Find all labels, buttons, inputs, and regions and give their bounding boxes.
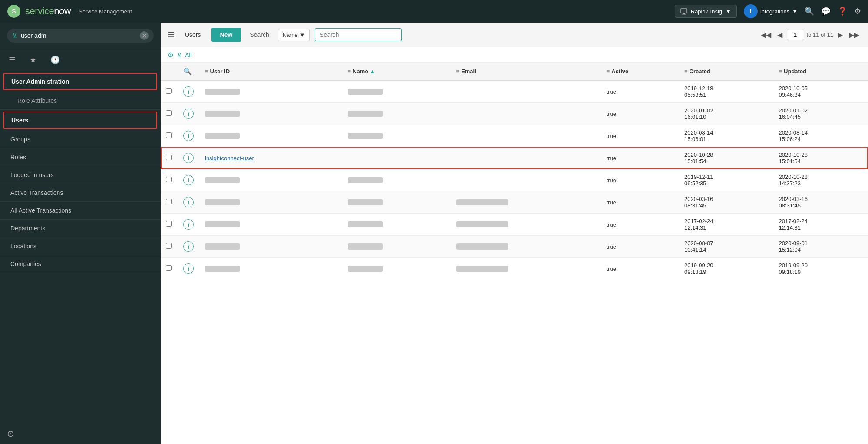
info-button[interactable]: i — [183, 86, 194, 97]
th-search: 🔍 — [178, 63, 200, 80]
sidebar-clock-icon[interactable]: 🕐 — [49, 53, 62, 66]
filter-funnel-icon[interactable]: ⊻ — [177, 52, 182, 59]
row-checkbox[interactable] — [166, 132, 172, 138]
user-id-link[interactable]: insightconnect-user — [205, 155, 254, 161]
prev-page-button[interactable]: ◀ — [776, 30, 784, 40]
row-email: ████████████ — [451, 214, 601, 236]
th-name[interactable]: ≡Name ▲ — [343, 63, 451, 80]
chat-icon[interactable]: 💬 — [821, 7, 831, 16]
info-button[interactable]: i — [183, 131, 194, 141]
th-user-id[interactable]: ≡User ID — [200, 63, 343, 80]
tab-users[interactable]: Users — [180, 29, 206, 41]
new-button[interactable]: New — [211, 28, 241, 42]
user-name: integrations — [760, 8, 789, 15]
next-page-button[interactable]: ▶ — [836, 30, 845, 40]
instance-dropdown-icon: ▼ — [726, 8, 731, 15]
row-checkbox[interactable] — [166, 243, 172, 249]
search-button[interactable]: Search — [246, 30, 272, 40]
row-active: true — [601, 147, 679, 169]
sidebar-collapse-icon[interactable]: ⊙ — [0, 423, 161, 444]
row-checkbox-cell — [161, 236, 178, 258]
filter-all-label: All — [185, 52, 192, 59]
table-row: i████████████████████████true2020-03-16 … — [161, 191, 868, 214]
last-page-button[interactable]: ▶▶ — [847, 30, 861, 40]
search-nav-icon[interactable]: 🔍 — [805, 7, 814, 16]
sidebar-item-role-attributes[interactable]: Role Attributes — [0, 92, 161, 110]
search-text-input[interactable] — [315, 28, 402, 41]
row-name: ██████ — [343, 80, 451, 103]
row-email — [451, 125, 601, 147]
app-name: Service Management — [79, 8, 132, 15]
page-number-input[interactable] — [787, 30, 804, 40]
sidebar-search-clear-button[interactable]: ✕ — [140, 31, 149, 40]
table-row: i████████████true2019-12-11 06:52:352020… — [161, 169, 868, 191]
search-field-dropdown[interactable]: Name ▼ — [278, 29, 310, 41]
row-checkbox-cell — [161, 258, 178, 280]
info-button[interactable]: i — [183, 175, 194, 185]
user-info[interactable]: I integrations ▼ — [744, 4, 798, 18]
sidebar-filter-icon: ⊻ — [12, 32, 17, 40]
settings-icon[interactable]: ⚙ — [854, 7, 861, 16]
row-checkbox[interactable] — [166, 221, 172, 227]
sidebar-search-wrap[interactable]: ⊻ ✕ — [7, 29, 154, 43]
sidebar-item-users[interactable]: Users — [3, 112, 157, 129]
row-checkbox[interactable] — [166, 155, 172, 160]
sidebar-item-companies[interactable]: Companies — [0, 255, 161, 273]
row-name: ██████ — [343, 214, 451, 236]
sidebar-item-user-administration[interactable]: User Administration — [3, 73, 157, 90]
row-info-cell: i — [178, 80, 200, 103]
table-gear-icon[interactable]: ⚙ — [168, 51, 174, 59]
row-updated: 2020-03-16 08:31:45 — [773, 191, 868, 214]
row-checkbox[interactable] — [166, 265, 172, 271]
row-updated: 2019-09-20 09:18:19 — [773, 258, 868, 280]
sort-arrow-name: ▲ — [370, 68, 375, 75]
sidebar-search-input[interactable] — [21, 32, 136, 39]
row-checkbox[interactable] — [166, 110, 172, 116]
row-info-cell: i — [178, 191, 200, 214]
row-user-id: ██████ — [200, 214, 343, 236]
sidebar-star-icon[interactable]: ★ — [28, 53, 38, 66]
sidebar-item-active-transactions[interactable]: Active Transactions — [0, 184, 161, 202]
sidebar-search-box: ⊻ ✕ — [0, 23, 161, 49]
sidebar-item-logged-in-users[interactable]: Logged in users — [0, 166, 161, 184]
row-name: ██████ — [343, 191, 451, 214]
sidebar-item-roles[interactable]: Roles — [0, 148, 161, 166]
info-button[interactable]: i — [183, 241, 194, 252]
info-button[interactable]: i — [183, 263, 194, 274]
th-active[interactable]: ≡Active — [601, 63, 679, 80]
row-info-cell: i — [178, 214, 200, 236]
first-page-button[interactable]: ◀◀ — [759, 30, 773, 40]
row-active: true — [601, 236, 679, 258]
info-button[interactable]: i — [183, 109, 194, 119]
th-updated[interactable]: ≡Updated — [773, 63, 868, 80]
row-checkbox-cell — [161, 214, 178, 236]
hamburger-menu-icon[interactable]: ☰ — [168, 30, 175, 39]
sidebar-item-departments[interactable]: Departments — [0, 220, 161, 237]
row-name: ██████ — [343, 258, 451, 280]
sidebar-item-label: Role Attributes — [17, 97, 57, 104]
sidebar-item-groups[interactable]: Groups — [0, 131, 161, 148]
help-icon[interactable]: ❓ — [838, 7, 847, 16]
th-gear — [161, 63, 178, 80]
row-checkbox[interactable] — [166, 199, 172, 204]
row-active: true — [601, 169, 679, 191]
info-button[interactable]: i — [183, 219, 194, 230]
column-search-icon[interactable]: 🔍 — [183, 68, 192, 75]
logo-area: S servicenow Service Management — [7, 4, 132, 18]
row-checkbox-cell — [161, 80, 178, 103]
th-created[interactable]: ≡Created — [679, 63, 774, 80]
svg-rect-4 — [682, 14, 686, 15]
row-created: 2020-10-28 15:01:54 — [679, 147, 774, 169]
sidebar-list-icon[interactable]: ☰ — [7, 53, 17, 66]
sidebar-item-locations[interactable]: Locations — [0, 237, 161, 255]
info-button[interactable]: i — [183, 197, 194, 207]
sidebar-item-all-active-transactions[interactable]: All Active Transactions — [0, 202, 161, 220]
instance-selector[interactable]: Rapid7 Insig ▼ — [675, 5, 737, 18]
sidebar-item-label: Logged in users — [10, 171, 54, 178]
search-field-dropdown-icon: ▼ — [299, 32, 305, 38]
info-button[interactable]: i — [183, 153, 194, 163]
th-email[interactable]: ≡Email — [451, 63, 601, 80]
row-checkbox[interactable] — [166, 177, 172, 182]
row-checkbox[interactable] — [166, 88, 172, 94]
sidebar-item-label: Roles — [10, 154, 26, 161]
